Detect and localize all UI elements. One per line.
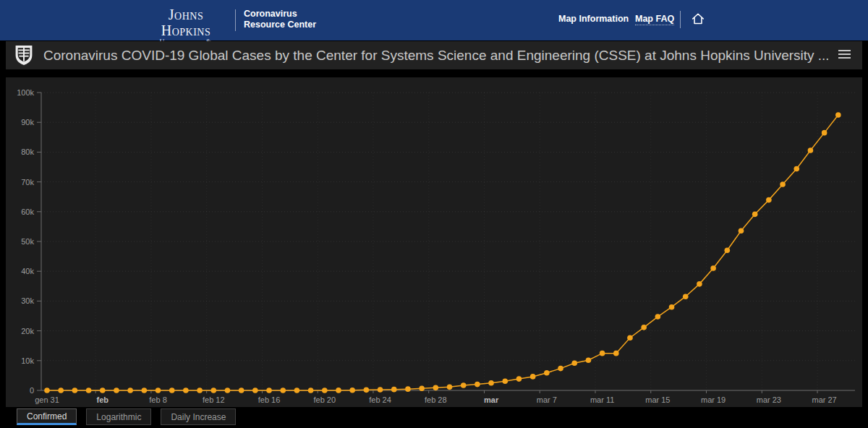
data-point[interactable]	[280, 388, 286, 393]
svg-text:60k: 60k	[21, 207, 34, 216]
data-point[interactable]	[780, 181, 786, 187]
data-point[interactable]	[197, 388, 203, 393]
svg-text:feb 28: feb 28	[425, 395, 447, 404]
cases-line-chart[interactable]: 010k20k30k40k50k60k70k80k90k100kgen 31fe…	[6, 77, 862, 407]
data-point[interactable]	[225, 388, 231, 393]
horizontal-gridlines	[41, 93, 855, 361]
svg-text:0: 0	[30, 386, 34, 395]
logo-divider	[235, 9, 236, 31]
data-point[interactable]	[72, 388, 78, 393]
data-point[interactable]	[127, 388, 133, 393]
data-point[interactable]	[447, 385, 453, 390]
title-bar: Coronavirus COVID-19 Global Cases by the…	[6, 41, 862, 69]
data-point[interactable]	[252, 388, 258, 393]
data-point[interactable]	[114, 388, 119, 393]
tab-daily-increase-label: Daily Increase	[171, 412, 226, 422]
data-point[interactable]	[405, 386, 411, 392]
svg-text:mar 27: mar 27	[812, 395, 837, 404]
data-point[interactable]	[336, 388, 341, 393]
map-faq-link[interactable]: Map FAQ	[635, 14, 674, 25]
data-point[interactable]	[239, 388, 244, 393]
data-point[interactable]	[502, 378, 508, 384]
svg-text:mar 11: mar 11	[590, 395, 614, 404]
resource-center-line2: Resource Center	[244, 20, 316, 30]
data-point[interactable]	[58, 388, 64, 393]
data-point[interactable]	[169, 388, 175, 393]
data-point[interactable]	[183, 388, 189, 393]
nav-divider	[680, 11, 681, 28]
data-point[interactable]	[378, 387, 383, 393]
data-point[interactable]	[766, 197, 772, 203]
data-point[interactable]	[516, 376, 522, 382]
data-point[interactable]	[835, 112, 841, 118]
data-point[interactable]	[558, 366, 563, 372]
svg-text:feb: feb	[97, 395, 109, 404]
data-point[interactable]	[725, 247, 731, 253]
data-point[interactable]	[100, 388, 106, 393]
data-point[interactable]	[461, 382, 467, 388]
data-point[interactable]	[544, 370, 550, 376]
data-point[interactable]	[266, 388, 272, 393]
tab-logarithmic[interactable]: Logarithmic	[86, 408, 151, 425]
data-point[interactable]	[475, 382, 480, 388]
data-point[interactable]	[308, 388, 314, 393]
data-point[interactable]	[391, 387, 397, 393]
svg-text:40k: 40k	[21, 267, 34, 275]
menu-button[interactable]	[837, 48, 852, 63]
hamburger-icon	[838, 49, 851, 59]
data-point[interactable]	[613, 351, 619, 356]
data-point[interactable]	[44, 388, 50, 393]
resource-center-logo[interactable]: Coronavirus Resource Center	[244, 9, 316, 30]
svg-text:20k: 20k	[21, 327, 34, 335]
svg-text:feb 16: feb 16	[258, 395, 281, 404]
svg-text:feb 12: feb 12	[203, 395, 225, 404]
map-information-link[interactable]: Map Information	[558, 14, 629, 24]
data-point[interactable]	[739, 228, 744, 234]
data-point[interactable]	[683, 294, 689, 299]
svg-text:80k: 80k	[21, 147, 34, 156]
resource-center-line1: Coronavirus	[244, 9, 316, 20]
data-point[interactable]	[349, 388, 355, 393]
data-point[interactable]	[669, 304, 675, 310]
tab-daily-increase[interactable]: Daily Increase	[161, 408, 236, 425]
data-point[interactable]	[627, 335, 633, 341]
svg-text:gen 31: gen 31	[35, 395, 59, 404]
data-point[interactable]	[433, 385, 439, 391]
svg-text:mar 23: mar 23	[757, 395, 781, 404]
jhu-logo-name: Johns Hopkins	[143, 7, 229, 38]
data-point[interactable]	[793, 166, 799, 172]
chart-tabs: Confirmed Logarithmic Daily Increase	[17, 408, 236, 425]
home-icon	[690, 11, 706, 27]
data-point[interactable]	[419, 386, 425, 392]
top-navigation-bar: Johns Hopkins University & Medicine Coro…	[0, 0, 868, 40]
data-point[interactable]	[586, 357, 592, 363]
jhu-shield-icon	[14, 45, 33, 66]
chart-panel: 010k20k30k40k50k60k70k80k90k100kgen 31fe…	[6, 77, 862, 407]
tab-logarithmic-label: Logarithmic	[96, 412, 141, 422]
data-point[interactable]	[571, 360, 577, 366]
svg-text:mar 15: mar 15	[645, 395, 670, 404]
data-point[interactable]	[530, 374, 536, 380]
data-point[interactable]	[822, 130, 827, 136]
tab-confirmed[interactable]: Confirmed	[17, 408, 77, 425]
data-point[interactable]	[210, 388, 216, 393]
svg-text:30k: 30k	[21, 296, 34, 305]
data-point[interactable]	[710, 265, 716, 271]
data-point[interactable]	[641, 325, 647, 330]
data-point[interactable]	[294, 388, 300, 393]
data-point[interactable]	[156, 388, 161, 393]
data-point[interactable]	[600, 351, 605, 356]
home-button[interactable]	[689, 11, 707, 28]
data-point[interactable]	[697, 281, 702, 287]
data-point[interactable]	[86, 388, 92, 393]
data-point[interactable]	[322, 388, 328, 393]
svg-text:feb 24: feb 24	[369, 395, 391, 404]
svg-text:mar: mar	[484, 395, 499, 404]
data-point[interactable]	[752, 212, 758, 218]
data-point[interactable]	[142, 388, 148, 393]
data-point[interactable]	[655, 314, 661, 320]
data-point[interactable]	[488, 380, 494, 386]
data-point[interactable]	[364, 388, 370, 393]
data-point[interactable]	[808, 147, 814, 153]
tab-confirmed-label: Confirmed	[27, 411, 67, 421]
